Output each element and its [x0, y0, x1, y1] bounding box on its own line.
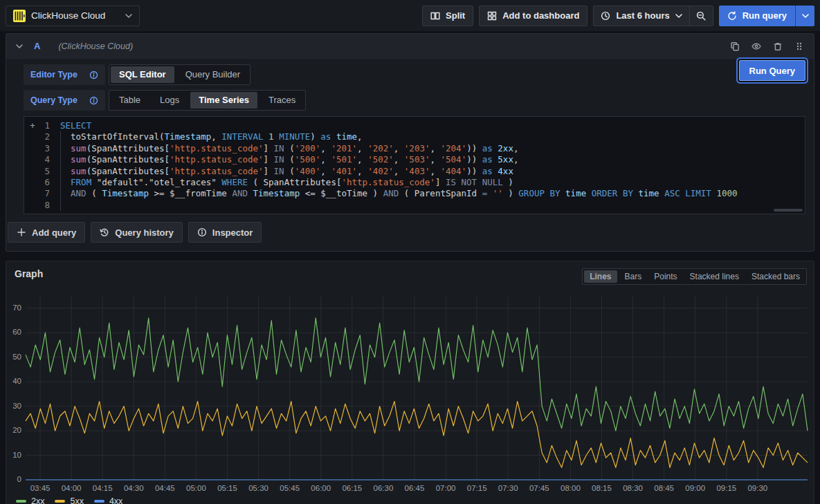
legend-item-5xx[interactable]: 5xx [55, 496, 83, 504]
clock-icon [601, 11, 610, 21]
x-tick-label: 09:30 [743, 484, 772, 492]
x-tick-label: 07:00 [431, 484, 460, 492]
inspector-label: Inspector [212, 227, 253, 238]
split-button[interactable]: Split [422, 6, 473, 26]
horizontal-scrollbar[interactable] [774, 209, 803, 212]
x-tick-label: 03:45 [26, 484, 55, 492]
chevron-down-icon [125, 14, 132, 18]
gutter [28, 154, 37, 165]
code-text: sum(SpanAttributes['http.status_code'] I… [60, 143, 518, 154]
line-number: 7 [37, 188, 50, 199]
drag-query-handle[interactable] [794, 41, 804, 51]
code-text: SELECT [60, 120, 91, 131]
plot-area[interactable] [26, 296, 808, 480]
query-row-header[interactable]: A (ClickHouse Cloud) [6, 34, 814, 59]
x-tick-label: 07:30 [493, 484, 522, 492]
legend-label: 2xx [31, 496, 44, 504]
x-tick-label: 05:00 [181, 484, 210, 492]
x-tick-label: 06:15 [338, 484, 367, 492]
option-traces[interactable]: Traces [259, 91, 305, 110]
time-range-picker[interactable]: Last 6 hours [594, 6, 689, 26]
add-to-dashboard-label: Add to dashboard [502, 10, 579, 21]
code-line-4[interactable]: 4 sum(SpanAttributes['http.status_code']… [24, 154, 805, 165]
gutter [28, 166, 37, 177]
panel-run-query-button[interactable]: Run Query [739, 60, 805, 81]
sync-icon [727, 11, 737, 21]
clickhouse-logo-icon [13, 10, 26, 22]
graph-panel: 2xx5xx4xx 01020304050607003:4504:0004:15… [6, 261, 814, 504]
legend-swatch [16, 500, 26, 503]
gutter [28, 188, 37, 199]
editor-type-row: Editor Type SQL EditorQuery Builder [24, 64, 805, 85]
info-circle-icon[interactable] [89, 96, 98, 105]
code-line-2[interactable]: 2 toStartOfInterval(Timestamp, INTERVAL … [24, 131, 805, 142]
x-tick-label: 07:45 [525, 484, 554, 492]
info-circle-icon[interactable] [89, 71, 98, 80]
inspector-button[interactable]: Inspector [188, 222, 262, 243]
run-query-button[interactable]: Run query [719, 6, 795, 26]
x-tick-label: 09:00 [681, 484, 710, 492]
query-type-row: Query Type TableLogsTime SeriesTraces [24, 90, 805, 111]
option-table[interactable]: Table [109, 91, 150, 110]
sql-code: +1SELECT2 toStartOfInterval(Timestamp, I… [24, 120, 805, 211]
code-line-3[interactable]: 3 sum(SpanAttributes['http.status_code']… [24, 143, 805, 154]
legend-label: 5xx [70, 496, 83, 504]
option-query-builder[interactable]: Query Builder [176, 65, 250, 84]
collapse-chevron-icon[interactable] [16, 44, 23, 48]
code-text: AND ( Timestamp >= $__fromTime AND Times… [60, 188, 738, 199]
add-query-label: Add query [32, 227, 76, 238]
run-query-dropdown-button[interactable] [795, 6, 814, 26]
x-tick-label: 07:15 [462, 484, 491, 492]
add-query-button[interactable]: Add query [8, 222, 85, 243]
x-tick-label: 04:30 [119, 484, 148, 492]
legend-item-4xx[interactable]: 4xx [94, 496, 122, 504]
sql-editor[interactable]: +1SELECT2 toStartOfInterval(Timestamp, I… [24, 116, 805, 214]
toolbar-actions: Split Add to dashboard Last 6 hours Run … [422, 6, 814, 26]
line-number: 1 [37, 120, 50, 131]
code-line-1[interactable]: +1SELECT [24, 120, 805, 131]
query-editor-panel: A (ClickHouse Cloud) Editor Type SQL Edi… [6, 33, 814, 252]
x-tick-label: 09:15 [712, 484, 741, 492]
hide-query-button[interactable] [751, 41, 761, 51]
option-logs[interactable]: Logs [150, 91, 189, 110]
y-tick-label: 50 [6, 353, 21, 361]
editor-type-toggle: SQL EditorQuery Builder [109, 64, 250, 85]
query-type-label-text: Query Type [30, 95, 78, 105]
y-tick-label: 70 [6, 304, 21, 312]
add-to-dashboard-button[interactable]: Add to dashboard [479, 6, 587, 26]
option-sql-editor[interactable]: SQL Editor [111, 66, 174, 83]
option-time-series[interactable]: Time Series [190, 92, 257, 109]
gutter [28, 143, 37, 154]
x-tick-label: 08:30 [619, 484, 648, 492]
explore-toolbar: ClickHouse Cloud Split Add to dashboard … [0, 0, 820, 31]
gutter [28, 177, 37, 188]
code-line-5[interactable]: 5 sum(SpanAttributes['http.status_code']… [24, 166, 805, 177]
query-footer-actions: Add query Query history Inspector [6, 214, 814, 251]
x-tick-label: 06:00 [307, 484, 336, 492]
y-tick-label: 20 [6, 426, 21, 434]
y-tick-label: 40 [6, 377, 21, 385]
add-line-icon[interactable]: + [28, 120, 37, 131]
legend-label: 4xx [109, 496, 122, 504]
editor-type-label-text: Editor Type [30, 70, 78, 80]
code-line-8[interactable]: 8 [24, 200, 805, 211]
datasource-picker[interactable]: ClickHouse Cloud [6, 6, 140, 26]
duplicate-query-button[interactable] [730, 41, 740, 51]
x-tick-label: 04:45 [150, 484, 179, 492]
delete-query-button[interactable] [773, 41, 783, 51]
chevron-down-icon [802, 14, 809, 18]
datasource-hint: (ClickHouse Cloud) [58, 41, 133, 51]
line-number: 5 [37, 166, 50, 177]
y-tick-label: 60 [6, 328, 21, 336]
code-line-6[interactable]: 6 FROM "default"."otel_traces" WHERE ( S… [24, 177, 805, 188]
zoom-out-time-button[interactable] [689, 6, 713, 26]
x-tick-label: 08:15 [587, 484, 616, 492]
query-history-button[interactable]: Query history [91, 222, 183, 243]
code-text: toStartOfInterval(Timestamp, INTERVAL 1 … [60, 131, 363, 142]
time-range-label: Last 6 hours [616, 10, 669, 21]
code-line-7[interactable]: 7 AND ( Timestamp >= $__fromTime AND Tim… [24, 188, 805, 199]
query-type-toggle: TableLogsTime SeriesTraces [109, 90, 306, 111]
datasource-name: ClickHouse Cloud [31, 10, 105, 21]
query-editor-body: Editor Type SQL EditorQuery Builder Quer… [6, 59, 814, 214]
legend-item-2xx[interactable]: 2xx [16, 496, 44, 504]
